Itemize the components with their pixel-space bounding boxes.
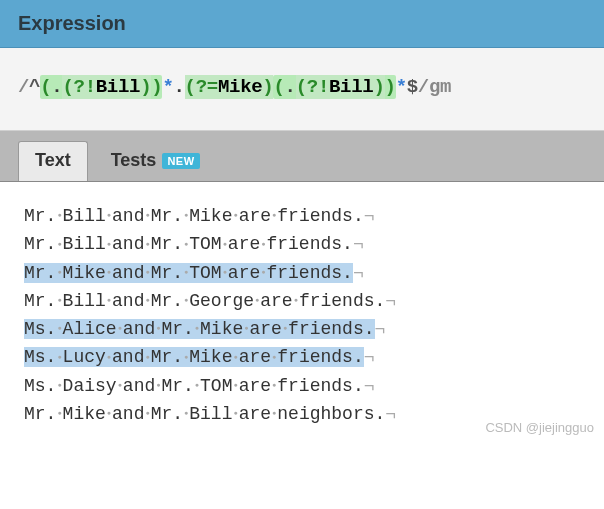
- expression-input[interactable]: /^(.(?!Bill))*.(?=Mike)(.(?!Bill))*$/gm: [0, 48, 604, 131]
- space-marker-icon: ●: [56, 286, 62, 314]
- eol-marker-icon: ¬: [375, 316, 386, 344]
- matched-text: Ms.●Alice●and●Mr.●Mike●are●friends.: [24, 319, 375, 339]
- word: Ms.: [24, 319, 56, 339]
- word: friends.: [266, 234, 352, 254]
- space-marker-icon: ●: [183, 258, 189, 286]
- eol-marker-icon: ¬: [385, 401, 396, 429]
- word: Mike: [189, 347, 232, 367]
- word: and: [123, 319, 155, 339]
- space-marker-icon: ●: [254, 286, 260, 314]
- eol-marker-icon: ¬: [364, 203, 375, 231]
- tab-text[interactable]: Text: [18, 141, 88, 181]
- plain-text: Mr.●Bill●and●Mr.●Mike●are●friends.: [24, 206, 364, 226]
- regex-neg-lookahead-1: (?!Bill): [62, 75, 151, 99]
- word: are: [239, 404, 271, 424]
- word: Mr.: [24, 404, 56, 424]
- space-marker-icon: ●: [293, 286, 299, 314]
- word: friends.: [277, 206, 363, 226]
- plain-text: Mr.●Bill●and●Mr.●TOM●are●friends.: [24, 234, 353, 254]
- space-marker-icon: ●: [183, 230, 189, 258]
- test-line: Ms.●Daisy●and●Mr.●TOM●are●friends.¬: [24, 372, 580, 400]
- regex-close-delim: /: [418, 76, 429, 98]
- space-marker-icon: ●: [222, 258, 228, 286]
- word: Mr.: [161, 319, 193, 339]
- tabs-bar: Text Tests NEW: [0, 131, 604, 182]
- word: are: [249, 319, 281, 339]
- space-marker-icon: ●: [183, 201, 189, 229]
- eol-marker-icon: ¬: [353, 260, 364, 288]
- regex-anchor-end: $: [407, 76, 418, 98]
- word: TOM: [200, 376, 232, 396]
- space-marker-icon: ●: [144, 399, 150, 427]
- word: Mr.: [24, 206, 56, 226]
- space-marker-icon: ●: [271, 399, 277, 427]
- word: friends.: [299, 291, 385, 311]
- word: friends.: [266, 263, 352, 283]
- word: Mr.: [151, 291, 183, 311]
- word: friends.: [277, 376, 363, 396]
- regex-neg-lookahead-2: (?!Bill): [296, 75, 385, 99]
- space-marker-icon: ●: [155, 371, 161, 399]
- word: are: [239, 206, 271, 226]
- regex-group-1: (.(?!Bill)): [40, 75, 162, 99]
- word: and: [112, 234, 144, 254]
- word: Bill: [63, 206, 106, 226]
- space-marker-icon: ●: [56, 314, 62, 342]
- space-marker-icon: ●: [106, 343, 112, 371]
- space-marker-icon: ●: [194, 371, 200, 399]
- test-line: Mr.●Bill●and●Mr.●TOM●are●friends.¬: [24, 230, 580, 258]
- space-marker-icon: ●: [232, 371, 238, 399]
- space-marker-icon: ●: [194, 314, 200, 342]
- word: Mr.: [151, 404, 183, 424]
- test-line: Ms.●Alice●and●Mr.●Mike●are●friends.¬: [24, 315, 580, 343]
- space-marker-icon: ●: [106, 286, 112, 314]
- tab-tests-label: Tests: [111, 150, 157, 171]
- expression-header: Expression: [0, 0, 604, 48]
- word: are: [239, 376, 271, 396]
- space-marker-icon: ●: [271, 343, 277, 371]
- space-marker-icon: ●: [56, 258, 62, 286]
- regex-group-2: (.(?!Bill)): [273, 75, 395, 99]
- space-marker-icon: ●: [106, 201, 112, 229]
- space-marker-icon: ●: [183, 399, 189, 427]
- word: Mike: [63, 263, 106, 283]
- word: and: [112, 291, 144, 311]
- word: Mike: [63, 404, 106, 424]
- plain-text: Mr.●Mike●and●Mr.●Bill●are●neighbors.: [24, 404, 385, 424]
- word: and: [112, 404, 144, 424]
- space-marker-icon: ●: [56, 371, 62, 399]
- word: Mr.: [151, 263, 183, 283]
- eol-marker-icon: ¬: [353, 231, 364, 259]
- space-marker-icon: ●: [117, 314, 123, 342]
- text-pane[interactable]: Mr.●Bill●and●Mr.●Mike●are●friends.¬Mr.●B…: [0, 182, 604, 448]
- regex-star-1: *: [162, 76, 173, 98]
- matched-text: Ms.●Lucy●and●Mr.●Mike●are●friends.: [24, 347, 364, 367]
- space-marker-icon: ●: [232, 343, 238, 371]
- word: friends.: [277, 347, 363, 367]
- space-marker-icon: ●: [222, 230, 228, 258]
- test-line: Mr.●Mike●and●Mr.●TOM●are●friends.¬: [24, 259, 580, 287]
- word: are: [239, 347, 271, 367]
- regex-anchor-start: ^: [29, 76, 40, 98]
- word: and: [112, 263, 144, 283]
- test-line: Mr.●Bill●and●Mr.●George●are●friends.¬: [24, 287, 580, 315]
- expression-title: Expression: [18, 12, 586, 35]
- word: TOM: [189, 234, 221, 254]
- plain-text: Mr.●Bill●and●Mr.●George●are●friends.: [24, 291, 385, 311]
- space-marker-icon: ●: [106, 230, 112, 258]
- word: Mr.: [24, 234, 56, 254]
- space-marker-icon: ●: [144, 258, 150, 286]
- eol-marker-icon: ¬: [364, 373, 375, 401]
- matched-text: Mr.●Mike●and●Mr.●TOM●are●friends.: [24, 263, 353, 283]
- word: Mike: [189, 206, 232, 226]
- space-marker-icon: ●: [260, 258, 266, 286]
- word: are: [228, 234, 260, 254]
- word: George: [189, 291, 254, 311]
- space-marker-icon: ●: [106, 399, 112, 427]
- word: Mr.: [151, 234, 183, 254]
- space-marker-icon: ●: [243, 314, 249, 342]
- space-marker-icon: ●: [183, 286, 189, 314]
- tab-tests[interactable]: Tests NEW: [94, 141, 217, 181]
- space-marker-icon: ●: [144, 230, 150, 258]
- eol-marker-icon: ¬: [364, 344, 375, 372]
